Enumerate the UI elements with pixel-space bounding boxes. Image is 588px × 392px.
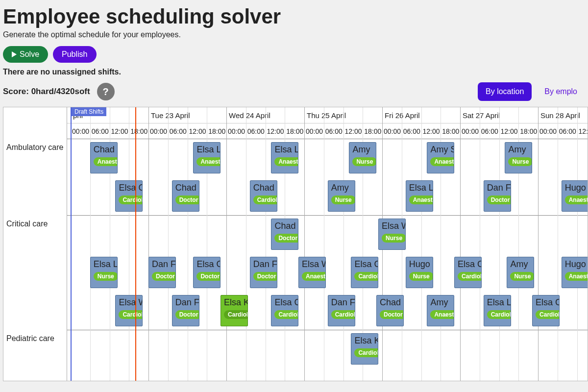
shift-role-badge: Nurse (94, 272, 118, 281)
shift-block[interactable]: Elsa LAnaest (193, 142, 220, 173)
shift-block[interactable]: Elsa WCardiol (115, 295, 143, 326)
day-gridline (148, 107, 149, 381)
shift-role-badge: Nurse (331, 196, 355, 204)
hour-gridline (168, 107, 169, 381)
draft-marker-label: Draft Shifts (72, 107, 106, 116)
shift-block[interactable]: Dan FDoctor (148, 257, 176, 288)
hour-label: 18:00 (129, 123, 148, 139)
day-gridline (304, 107, 305, 381)
shift-block[interactable]: HugoNurse (406, 257, 433, 288)
shift-block[interactable]: Elsa LNurse (90, 257, 118, 288)
shift-role-badge: Cardiol (487, 310, 511, 319)
shift-block[interactable]: HugoAnaest (562, 180, 588, 212)
shift-name: Elsa C (196, 259, 217, 270)
shift-role-badge: Doctor (274, 234, 298, 243)
shift-role-badge: Doctor (253, 272, 277, 281)
shift-name: Chad (94, 145, 114, 155)
help-icon: ? (103, 86, 109, 98)
shift-block[interactable]: Elsa CCardiol (454, 257, 482, 288)
resource-label: Pediatric care (3, 330, 67, 381)
shift-role-badge: Anaest (302, 272, 326, 281)
shift-role-badge: Anaest (565, 196, 588, 204)
shift-block[interactable]: Elsa KCardiol (351, 333, 378, 365)
publish-button-label: Publish (62, 50, 87, 59)
shift-role-badge: Anaest (409, 196, 433, 204)
shift-name: Hugo (409, 259, 430, 270)
shift-role-badge: Anaest (196, 157, 220, 166)
shift-block[interactable]: Elsa CCardiol (532, 295, 560, 326)
shift-name: Amy S (430, 145, 451, 155)
hour-gridline (343, 107, 344, 381)
shift-name: Dan F (331, 297, 352, 308)
shift-block[interactable]: Dan FDoctor (250, 257, 277, 288)
shift-name: Chad (175, 183, 196, 193)
help-button[interactable]: ? (97, 83, 115, 100)
hour-gridline (324, 107, 324, 381)
shift-name: Elsa L (409, 183, 430, 193)
shift-block[interactable]: AmyNurse (328, 180, 355, 212)
shift-name: Elsa W (382, 221, 402, 231)
publish-button[interactable]: Publish (53, 46, 96, 63)
shift-block[interactable]: Elsa CCardiol (271, 295, 298, 326)
day-gridline (538, 107, 539, 381)
shift-block[interactable]: Elsa CCardiol (115, 180, 143, 212)
resource-row-pediatric: Pediatric careElsa KCardiol (3, 330, 588, 381)
shift-block[interactable]: Elsa KCardiol (220, 295, 248, 326)
shift-block[interactable]: AmyNurse (349, 142, 376, 173)
shift-block[interactable]: ChadCardiol (250, 180, 277, 212)
shift-role-badge: Anaest (565, 272, 588, 281)
shift-block[interactable]: Dan FCardiol (328, 295, 355, 326)
shift-name: Elsa W (302, 259, 322, 270)
shift-block[interactable]: ChadAnaest (90, 142, 118, 173)
shift-name: Elsa L (196, 145, 217, 155)
shift-block[interactable]: Amy SAnaest (427, 142, 454, 173)
shift-name: Chad (274, 221, 295, 231)
shift-block[interactable]: ChadDoctor (376, 295, 404, 326)
shift-name: Dan F (487, 183, 508, 193)
shift-block[interactable]: Elsa LCardiol (484, 295, 511, 326)
shift-role-badge: Cardiol (119, 196, 143, 204)
hour-label: 12:00 (188, 123, 207, 139)
day-gridline (460, 107, 461, 381)
hour-label: 12:00 (577, 123, 588, 139)
shift-name: Elsa K (224, 297, 245, 308)
solve-button-label: Solve (20, 50, 39, 59)
shift-role-badge: Cardiol (331, 310, 355, 319)
shift-role-badge: Cardiol (119, 310, 143, 319)
shift-role-badge: Anaest (94, 157, 118, 166)
shift-block[interactable]: AmyNurse (507, 257, 534, 288)
shift-name: Elsa L (274, 145, 295, 155)
timeline-grid[interactable]: prilTue 23 AprilWed 24 AprilThu 25 April… (3, 107, 588, 381)
shift-block[interactable]: ChadDoctor (172, 180, 199, 212)
hour-label: 00:00 (538, 123, 558, 139)
shift-block[interactable]: Dan FDoctor (484, 180, 511, 212)
shift-block[interactable]: Elsa WNurse (378, 219, 406, 250)
shift-role-badge: Cardiol (354, 272, 378, 281)
tab-by-employee[interactable]: By emplo (537, 82, 585, 101)
shift-role-badge: Doctor (175, 196, 199, 204)
shift-block[interactable]: Elsa LAnaest (406, 180, 433, 212)
page-title: Employee scheduling solver (0, 0, 588, 28)
hour-label: 12:00 (343, 123, 363, 139)
shift-role-badge: Anaest (274, 157, 298, 166)
shift-block[interactable]: Elsa WAnaest (298, 257, 326, 288)
shift-block[interactable]: ChadDoctor (271, 219, 298, 250)
shift-block[interactable]: Elsa CCardiol (351, 257, 378, 288)
shift-name: Hugo (565, 183, 586, 193)
shift-role-badge: Cardiol (274, 310, 298, 319)
hour-label: 12:00 (499, 123, 519, 139)
hour-label: 12:00 (110, 123, 129, 139)
solve-button[interactable]: Solve (3, 46, 48, 63)
shift-block[interactable]: AmyNurse (505, 142, 532, 173)
shift-block[interactable]: Dan FDoctor (172, 295, 199, 326)
shift-block[interactable]: HugoAnaest (562, 257, 588, 288)
shift-block[interactable]: Elsa LAnaest (271, 142, 298, 173)
shift-role-badge: Anaest (430, 157, 454, 166)
shift-name: Elsa C (458, 259, 478, 270)
shift-block[interactable]: Elsa CDoctor (193, 257, 220, 288)
hour-label: 18:00 (363, 123, 382, 139)
tab-by-location[interactable]: By location (478, 82, 532, 101)
hour-label: 06:00 (90, 123, 110, 139)
shift-name: Elsa W (119, 297, 139, 308)
shift-block[interactable]: AmyAnaest (427, 295, 454, 326)
